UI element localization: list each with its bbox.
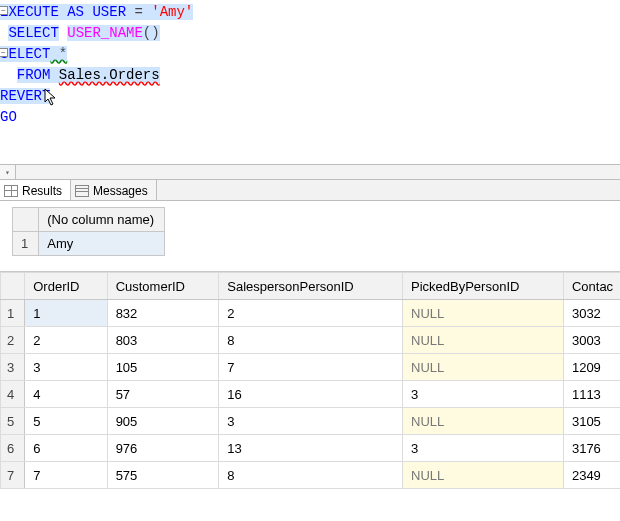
grid2-row-header[interactable]: 7 xyxy=(1,462,25,489)
cell-customerid[interactable]: 57 xyxy=(107,381,219,408)
col-orderid[interactable]: OrderID xyxy=(25,273,107,300)
cell-salesperson[interactable]: 8 xyxy=(219,327,403,354)
cell-orderid[interactable]: 4 xyxy=(25,381,107,408)
grid2-row-header[interactable]: 6 xyxy=(1,435,25,462)
cell-contact[interactable]: 1209 xyxy=(563,354,620,381)
string-amy: 'Amy' xyxy=(151,4,193,20)
grid2-row-header[interactable]: 1 xyxy=(1,300,25,327)
kw-execute: EXECUTE xyxy=(0,4,59,20)
kw-user: USER xyxy=(92,4,126,20)
cell-salesperson[interactable]: 13 xyxy=(219,435,403,462)
cell-pickedby[interactable]: 3 xyxy=(403,381,564,408)
results-grid-icon xyxy=(4,185,18,197)
cell-pickedby[interactable]: NULL xyxy=(403,327,564,354)
cell-pickedby[interactable]: NULL xyxy=(403,408,564,435)
col-pickedby[interactable]: PickedByPersonID xyxy=(403,273,564,300)
cell-orderid[interactable]: 1 xyxy=(25,300,107,327)
cell-contact[interactable]: 2349 xyxy=(563,462,620,489)
results-area: (No column name) 1 Amy OrderID CustomerI… xyxy=(0,201,620,489)
grid1-header-col1[interactable]: (No column name) xyxy=(39,208,165,232)
cell-customerid[interactable]: 575 xyxy=(107,462,219,489)
cell-orderid[interactable]: 7 xyxy=(25,462,107,489)
col-salesperson[interactable]: SalespersonPersonID xyxy=(219,273,403,300)
grid2-row-header[interactable]: 5 xyxy=(1,408,25,435)
cell-pickedby[interactable]: NULL xyxy=(403,300,564,327)
splitter-bar[interactable]: ▾ xyxy=(0,164,620,180)
cell-contact[interactable]: 3105 xyxy=(563,408,620,435)
cell-pickedby[interactable]: 3 xyxy=(403,435,564,462)
cell-salesperson[interactable]: 16 xyxy=(219,381,403,408)
cell-contact[interactable]: 1113 xyxy=(563,381,620,408)
tab-results-label: Results xyxy=(22,184,62,198)
kw-select: SELECT xyxy=(8,25,58,41)
cell-customerid[interactable]: 803 xyxy=(107,327,219,354)
cell-contact[interactable]: 3176 xyxy=(563,435,620,462)
grid2-corner xyxy=(1,273,25,300)
col-customerid[interactable]: CustomerID xyxy=(107,273,219,300)
cell-salesperson[interactable]: 2 xyxy=(219,300,403,327)
result-grid-2[interactable]: OrderID CustomerID SalespersonPersonID P… xyxy=(0,271,620,489)
tab-messages-label: Messages xyxy=(93,184,148,198)
grid2-row-header[interactable]: 4 xyxy=(1,381,25,408)
kw-go: GO xyxy=(0,109,17,125)
cell-salesperson[interactable]: 8 xyxy=(219,462,403,489)
kw-revert: REVERT xyxy=(0,88,50,104)
sql-editor[interactable]: −EXECUTE AS USER = 'Amy' SELECT USER_NAM… xyxy=(0,0,620,164)
results-tabs: Results Messages xyxy=(0,180,620,201)
cell-customerid[interactable]: 832 xyxy=(107,300,219,327)
cell-customerid[interactable]: 976 xyxy=(107,435,219,462)
col-contact[interactable]: Contac xyxy=(563,273,620,300)
result-grid-1[interactable]: (No column name) 1 Amy xyxy=(0,201,620,271)
space xyxy=(50,67,58,83)
fold-icon[interactable]: − xyxy=(0,6,8,15)
op-eq: = xyxy=(126,4,151,20)
paren: () xyxy=(143,25,160,41)
cell-salesperson[interactable]: 7 xyxy=(219,354,403,381)
cell-contact[interactable]: 3003 xyxy=(563,327,620,354)
cell-pickedby[interactable]: NULL xyxy=(403,462,564,489)
grid1-cell-value[interactable]: Amy xyxy=(39,232,165,256)
cell-contact[interactable]: 3032 xyxy=(563,300,620,327)
kw-as: AS xyxy=(67,4,84,20)
tab-messages[interactable]: Messages xyxy=(71,179,157,200)
cell-orderid[interactable]: 2 xyxy=(25,327,107,354)
grid2-row-header[interactable]: 2 xyxy=(1,327,25,354)
cell-orderid[interactable]: 3 xyxy=(25,354,107,381)
splitter-handle-icon[interactable]: ▾ xyxy=(0,165,16,179)
cell-orderid[interactable]: 5 xyxy=(25,408,107,435)
grid1-corner xyxy=(13,208,39,232)
kw-from: FROM xyxy=(17,67,51,83)
cell-customerid[interactable]: 105 xyxy=(107,354,219,381)
ident-sales-orders: Sales.Orders xyxy=(59,67,160,83)
cell-pickedby[interactable]: NULL xyxy=(403,354,564,381)
cell-customerid[interactable]: 905 xyxy=(107,408,219,435)
fold-icon[interactable]: − xyxy=(0,48,8,57)
grid1-row-header[interactable]: 1 xyxy=(13,232,39,256)
cell-salesperson[interactable]: 3 xyxy=(219,408,403,435)
fn-username: USER_NAME xyxy=(67,25,143,41)
tab-results[interactable]: Results xyxy=(0,179,71,200)
cell-orderid[interactable]: 6 xyxy=(25,435,107,462)
star: * xyxy=(50,46,67,62)
grid2-row-header[interactable]: 3 xyxy=(1,354,25,381)
messages-icon xyxy=(75,185,89,197)
